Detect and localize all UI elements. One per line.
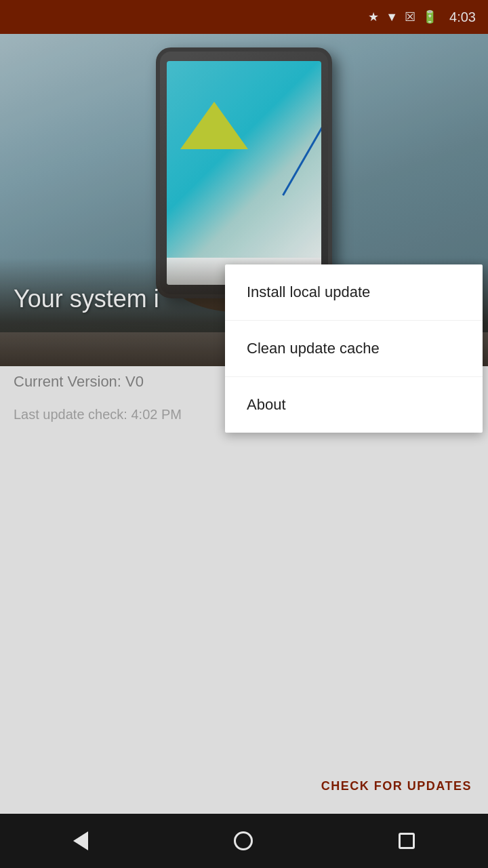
menu-item-clean-cache[interactable]: Clean update cache bbox=[225, 321, 483, 377]
menu-item-install-local[interactable]: Install local update bbox=[225, 264, 483, 321]
menu-backdrop[interactable] bbox=[0, 0, 488, 868]
menu-item-about[interactable]: About bbox=[225, 377, 483, 433]
dropdown-menu: Install local update Clean update cache … bbox=[225, 264, 483, 433]
